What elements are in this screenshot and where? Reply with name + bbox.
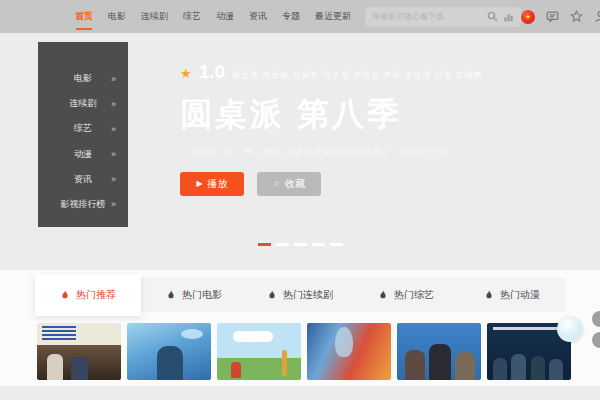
site-logo-badge-icon[interactable]: ★	[521, 10, 535, 24]
sidebar-item-variety[interactable]: 综艺 »	[48, 118, 118, 139]
hot-tabs: 热门推荐 热门电影 热门连续剧 热门综艺 热门动漫	[35, 278, 565, 312]
search-box	[365, 7, 521, 27]
chevron-right-icon: »	[111, 74, 116, 84]
tab-hot-anime[interactable]: 热门动漫	[459, 278, 565, 312]
nav-anime[interactable]: 动漫	[216, 10, 234, 23]
tab-label: 热门电影	[182, 288, 222, 302]
tab-label: 热门推荐	[76, 288, 116, 302]
chevron-right-icon: »	[111, 174, 116, 184]
chevron-right-icon: »	[111, 124, 116, 134]
carousel-indicators	[0, 243, 600, 246]
poster-thumbnail-group-comedy[interactable]	[397, 323, 481, 380]
nav-series[interactable]: 连续剧	[141, 10, 168, 23]
nav-news[interactable]: 资讯	[249, 10, 267, 23]
tab-hot-recommended[interactable]: 热门推荐	[35, 274, 141, 316]
featured-description: 《圆桌派 第八季》窦文涛邀老友新知围坐畅聊, 一同纵论天地	[180, 146, 483, 159]
sidebar-item-label: 电影	[74, 72, 92, 85]
content-section: 热门推荐 热门电影 热门连续剧 热门综艺 热门动漫	[0, 270, 600, 400]
chevron-right-icon: »	[111, 99, 116, 109]
flame-icon	[484, 290, 494, 301]
search-icon[interactable]	[487, 11, 498, 22]
nav-variety[interactable]: 综艺	[183, 10, 201, 23]
nav-movies[interactable]: 电影	[108, 10, 126, 23]
sidebar-item-label: 综艺	[74, 122, 92, 135]
tab-hot-variety[interactable]: 热门综艺	[353, 278, 459, 312]
play-button-label: 播放	[208, 177, 228, 191]
search-input[interactable]	[372, 12, 482, 21]
hero-banner: 电影 » 连续剧 » 综艺 » 动漫 » 资讯 » 影视排行榜 » ★ 1.0 …	[0, 33, 600, 270]
favorite-button[interactable]: ☆ 收藏	[257, 172, 321, 196]
poster-thumbnail-bar-scene-movie[interactable]	[37, 323, 121, 380]
sidebar-item-label: 影视排行榜	[61, 198, 106, 211]
poster-thumbnail-blue-anime[interactable]	[127, 323, 211, 380]
user-icon[interactable]	[594, 10, 600, 23]
favorite-button-label: 收藏	[285, 177, 305, 191]
flame-icon	[378, 290, 388, 301]
nav-topics[interactable]: 专题	[282, 10, 300, 23]
next-section-strip	[0, 386, 600, 400]
floating-service-ball[interactable]	[557, 316, 583, 342]
sidebar-item-series[interactable]: 连续剧 »	[48, 93, 118, 114]
sidebar-item-label: 连续剧	[70, 97, 97, 110]
top-navigation-bar: 首页 电影 连续剧 综艺 动漫 资讯 专题 最近更新 ★	[0, 0, 600, 33]
tab-hot-movies[interactable]: 热门电影	[141, 278, 247, 312]
sidebar-item-rankings[interactable]: 影视排行榜 »	[48, 194, 118, 215]
play-button[interactable]: ▶ 播放	[180, 172, 244, 196]
trending-icon[interactable]	[503, 11, 514, 22]
carousel-dot-4[interactable]	[312, 243, 325, 246]
main-nav: 首页 电影 连续剧 综艺 动漫 资讯 专题 最近更新	[75, 10, 351, 23]
category-sidebar: 电影 » 连续剧 » 综艺 » 动漫 » 资讯 » 影视排行榜 »	[38, 42, 128, 227]
flame-icon	[60, 290, 70, 301]
tab-label: 热门连续剧	[283, 288, 333, 302]
flame-icon	[267, 290, 277, 301]
chevron-right-icon: »	[111, 149, 116, 159]
sidebar-item-label: 动漫	[74, 148, 92, 161]
carousel-dot-1[interactable]	[258, 243, 271, 246]
carousel-dot-2[interactable]	[276, 243, 289, 246]
nav-recent-updates[interactable]: 最近更新	[315, 10, 351, 23]
rating-star-icon: ★	[180, 66, 192, 81]
nav-home[interactable]: 首页	[75, 10, 93, 23]
star-outline-icon: ☆	[273, 180, 280, 188]
sidebar-item-label: 资讯	[74, 173, 92, 186]
favorites-star-icon[interactable]	[570, 10, 583, 23]
message-icon[interactable]	[546, 10, 559, 23]
topbar-icon-group: ★	[521, 10, 600, 24]
sidebar-item-news[interactable]: 资讯 »	[48, 169, 118, 190]
tab-hot-series[interactable]: 热门连续剧	[247, 278, 353, 312]
carousel-dot-3[interactable]	[294, 243, 307, 246]
poster-thumbnail-cartoon-giraffe[interactable]	[217, 323, 301, 380]
sidebar-item-movies[interactable]: 电影 »	[48, 68, 118, 89]
featured-title: 圆桌派 第八季	[180, 93, 483, 137]
poster-row	[37, 323, 571, 380]
carousel-dot-5[interactable]	[330, 243, 343, 246]
poster-thumbnail-fire-ice-fantasy[interactable]	[307, 323, 391, 380]
chevron-right-icon: »	[111, 199, 116, 209]
flame-icon	[166, 290, 176, 301]
tab-label: 热门动漫	[500, 288, 540, 302]
sidebar-item-anime[interactable]: 动漫 »	[48, 144, 118, 165]
tab-label: 热门综艺	[394, 288, 434, 302]
poster-credit-lines	[42, 326, 76, 342]
rating-value: 1.0	[199, 61, 225, 83]
hero-content: ★ 1.0 窦文涛 马未都 马家辉 许子东 周轶君 尹烨 李玫瑾 刘擎 陈晓卿 …	[180, 61, 483, 196]
cast-list: 窦文涛 马未都 马家辉 许子东 周轶君 尹烨 李玫瑾 刘擎 陈晓卿	[232, 70, 483, 81]
play-icon: ▶	[196, 180, 202, 188]
